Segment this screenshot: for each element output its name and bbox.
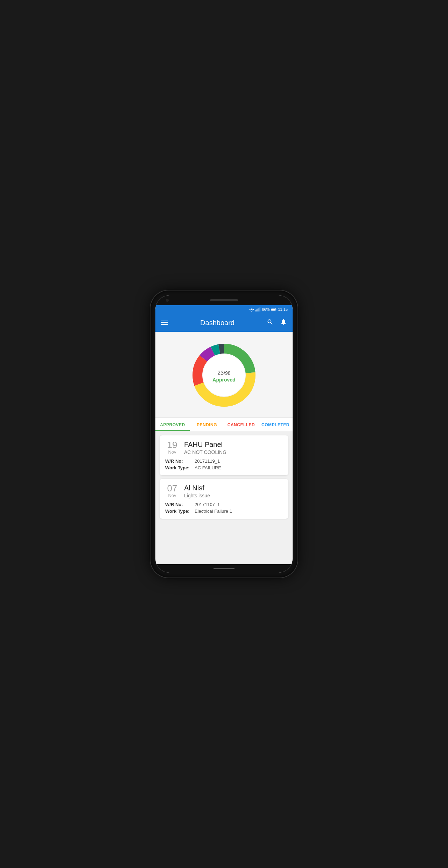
speaker xyxy=(210,299,238,301)
card-month-1: Nov xyxy=(168,449,176,455)
donut-status: Approved xyxy=(212,377,235,383)
svg-rect-1 xyxy=(255,310,256,312)
phone-bottom xyxy=(155,564,293,573)
camera xyxy=(166,299,169,302)
work-order-card-2[interactable]: 07 Nov Al Nisf Lights issue W/R No: 2017… xyxy=(160,479,288,519)
menu-button[interactable] xyxy=(161,321,168,325)
card-day-2: 07 xyxy=(167,484,177,493)
work-type-value-2: Electrical Failure 1 xyxy=(195,509,232,514)
card-header-1: 19 Nov FAHU Panel AC NOT COOLING xyxy=(165,440,283,455)
card-title-2: Al Nisf xyxy=(184,484,283,492)
svg-rect-7 xyxy=(276,309,276,310)
work-order-card-1[interactable]: 19 Nov FAHU Panel AC NOT COOLING W/R No:… xyxy=(160,435,288,475)
app-bar: Dashboard xyxy=(155,314,293,332)
phone-top xyxy=(155,295,293,305)
wr-no-row-2: W/R No: 20171107_1 xyxy=(165,502,283,507)
work-type-value-1: AC FAILURE xyxy=(195,465,221,470)
card-title-1: FAHU Panel xyxy=(184,440,283,449)
wifi-icon xyxy=(249,307,254,312)
tab-completed[interactable]: COMPLETED xyxy=(258,418,293,431)
svg-rect-4 xyxy=(259,308,259,312)
svg-point-0 xyxy=(251,311,252,312)
search-button[interactable] xyxy=(267,318,274,327)
wr-no-value-1: 20171119_1 xyxy=(195,458,220,464)
donut-count: 23/98 xyxy=(212,368,235,377)
card-info-2: Al Nisf Lights issue xyxy=(184,484,283,498)
card-month-2: Nov xyxy=(168,493,176,498)
donut-chart: 23/98 Approved xyxy=(189,340,259,410)
chart-section: 23/98 Approved xyxy=(155,332,293,418)
card-subtitle-2: Lights issue xyxy=(184,493,283,498)
card-day-1: 19 xyxy=(167,440,177,449)
cards-list: 19 Nov FAHU Panel AC NOT COOLING W/R No:… xyxy=(155,431,293,564)
status-icons: 86% 11:15 xyxy=(249,307,288,312)
bell-icon xyxy=(280,318,287,326)
card-details-2: W/R No: 20171107_1 Work Type: Electrical… xyxy=(165,502,283,514)
card-date-2: 07 Nov xyxy=(165,484,179,498)
app-bar-actions xyxy=(267,318,287,327)
notification-button[interactable] xyxy=(280,318,287,327)
tab-cancelled-label: CANCELLED xyxy=(227,422,255,427)
card-details-1: W/R No: 20171119_1 Work Type: AC FAILURE xyxy=(165,458,283,470)
tab-pending[interactable]: PENDING xyxy=(190,418,224,431)
svg-rect-8 xyxy=(271,309,275,310)
card-subtitle-1: AC NOT COOLING xyxy=(184,449,283,455)
time-text: 11:15 xyxy=(278,307,288,312)
app-title: Dashboard xyxy=(200,319,234,327)
donut-numerator: 23 xyxy=(217,370,224,376)
card-date-1: 19 Nov xyxy=(165,440,179,455)
work-type-row-2: Work Type: Electrical Failure 1 xyxy=(165,509,283,514)
wr-no-label-1: W/R No: xyxy=(165,458,193,464)
svg-rect-3 xyxy=(258,309,258,312)
battery-icon xyxy=(271,308,276,311)
work-type-row-1: Work Type: AC FAILURE xyxy=(165,465,283,470)
card-header-2: 07 Nov Al Nisf Lights issue xyxy=(165,484,283,498)
work-type-label-2: Work Type: xyxy=(165,509,193,514)
phone-screen: 86% 11:15 Dashboard xyxy=(155,295,293,573)
wr-no-label-2: W/R No: xyxy=(165,502,193,507)
svg-rect-5 xyxy=(260,307,260,312)
search-icon xyxy=(267,318,274,326)
tab-approved[interactable]: APPROVED xyxy=(155,418,190,431)
donut-label: 23/98 Approved xyxy=(212,368,235,383)
donut-denominator: /98 xyxy=(224,370,230,376)
phone-frame: 86% 11:15 Dashboard xyxy=(150,290,298,578)
tab-pending-label: PENDING xyxy=(197,422,217,427)
tab-completed-label: COMPLETED xyxy=(261,422,289,427)
svg-rect-2 xyxy=(257,309,257,312)
work-type-label-1: Work Type: xyxy=(165,465,193,470)
tab-approved-label: APPROVED xyxy=(160,422,185,427)
wr-no-row-1: W/R No: 20171119_1 xyxy=(165,458,283,464)
signal-icon xyxy=(255,307,260,312)
home-indicator xyxy=(214,568,234,569)
tabs-bar: APPROVED PENDING CANCELLED COMPLETED xyxy=(155,418,293,431)
tab-cancelled[interactable]: CANCELLED xyxy=(224,418,258,431)
status-bar: 86% 11:15 xyxy=(155,305,293,314)
wr-no-value-2: 20171107_1 xyxy=(195,502,220,507)
battery-text: 86% xyxy=(262,307,270,312)
card-info-1: FAHU Panel AC NOT COOLING xyxy=(184,440,283,455)
